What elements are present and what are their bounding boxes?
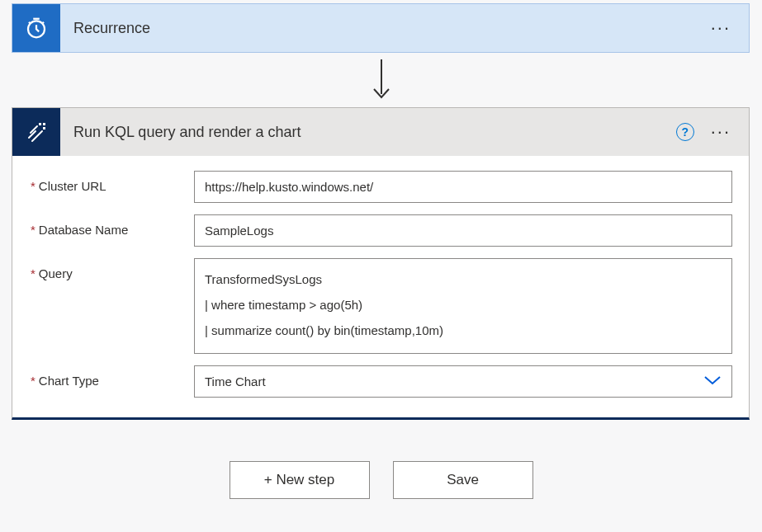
- svg-rect-2: [27, 123, 45, 141]
- save-button[interactable]: Save: [393, 461, 533, 499]
- chart-type-select[interactable]: Time Chart: [194, 365, 732, 398]
- cluster-url-input[interactable]: [194, 171, 732, 203]
- save-label: Save: [447, 472, 479, 488]
- chart-type-value: Time Chart: [205, 374, 266, 388]
- trigger-title: Recurrence: [60, 20, 711, 37]
- footer: + New step Save: [12, 461, 750, 499]
- action-title: Run KQL query and render a chart: [60, 124, 676, 141]
- chevron-down-icon: [703, 374, 722, 388]
- svg-rect-8: [43, 127, 45, 129]
- cluster-url-label: Cluster URL: [31, 171, 194, 193]
- query-label: Query: [31, 258, 194, 280]
- chart-type-label: Chart Type: [31, 365, 194, 388]
- action-menu-button[interactable]: ···: [711, 123, 731, 141]
- trigger-card[interactable]: Recurrence ···: [12, 3, 750, 53]
- database-name-input[interactable]: [194, 214, 732, 247]
- database-name-label: Database Name: [31, 214, 194, 237]
- clock-icon: [12, 4, 60, 52]
- new-step-label: + New step: [264, 472, 335, 488]
- action-header[interactable]: Run KQL query and render a chart ? ···: [12, 108, 749, 156]
- new-step-button[interactable]: + New step: [230, 461, 370, 499]
- svg-rect-7: [43, 123, 45, 125]
- action-card: Run KQL query and render a chart ? ··· C…: [12, 107, 750, 420]
- kusto-icon: [12, 108, 60, 156]
- help-icon[interactable]: ?: [676, 123, 694, 141]
- query-input[interactable]: TransformedSysLogs | where timestamp > a…: [194, 258, 732, 354]
- svg-rect-6: [39, 123, 41, 125]
- connector-arrow: [12, 53, 750, 107]
- action-body: Cluster URL Database Name Query Transfor…: [12, 156, 749, 417]
- trigger-header[interactable]: Recurrence ···: [12, 4, 749, 52]
- trigger-menu-button[interactable]: ···: [711, 19, 731, 37]
